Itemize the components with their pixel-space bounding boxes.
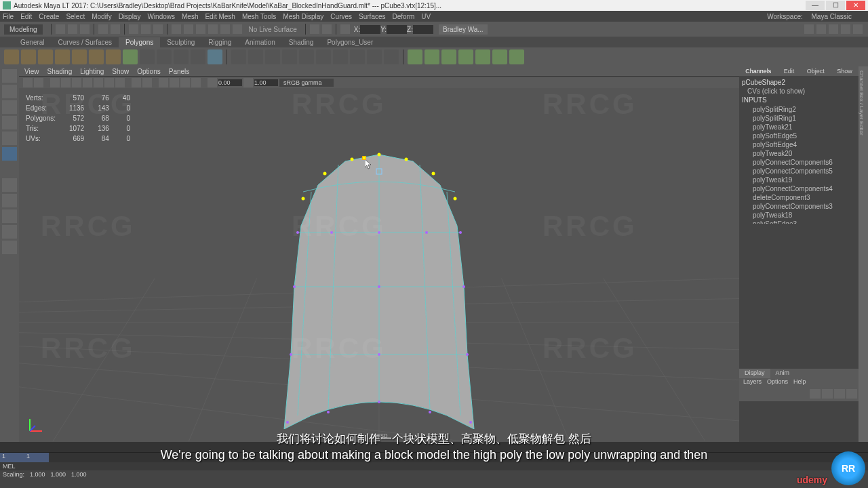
lasso-tool-icon[interactable] [2, 85, 17, 98]
save-icon[interactable] [80, 24, 90, 34]
menu-modify[interactable]: Modify [92, 13, 111, 20]
film-gate-icon[interactable] [170, 78, 179, 87]
y-field[interactable] [387, 25, 407, 34]
new-icon[interactable] [56, 24, 65, 34]
viewport[interactable]: Verts:5707640Edges:11361430Polygons:5726… [19, 88, 739, 442]
menu-meshtools[interactable]: Mesh Tools [242, 13, 276, 20]
sym-icon[interactable] [310, 24, 319, 34]
layout2-icon[interactable] [816, 24, 826, 34]
layers-help[interactable]: Help [793, 378, 806, 388]
input-node[interactable]: polyTweak21 [742, 123, 856, 131]
snap-live-icon[interactable] [220, 24, 230, 34]
torus-icon[interactable] [72, 49, 87, 64]
cmd-lang[interactable]: MEL [3, 463, 16, 470]
shelf-tab-animation[interactable]: Animation [238, 37, 281, 47]
layout1-icon[interactable] [804, 24, 814, 34]
menu-curves[interactable]: Curves [330, 13, 352, 20]
minimize-button[interactable]: — [806, 1, 825, 10]
last-tool-icon[interactable] [2, 147, 17, 161]
separate-icon[interactable] [248, 49, 263, 64]
gear-icon[interactable] [174, 49, 189, 64]
extrude-icon[interactable] [265, 49, 280, 64]
move-tool-icon[interactable] [2, 100, 17, 114]
xform-icon[interactable] [340, 24, 350, 34]
helix-icon[interactable] [157, 49, 172, 64]
input-node[interactable]: polySoftEdge4 [742, 140, 856, 149]
exposure-icon[interactable] [208, 78, 217, 87]
pipe-icon[interactable] [140, 49, 155, 64]
x-field[interactable] [360, 25, 380, 34]
res-gate-icon[interactable] [180, 78, 190, 87]
mirror-icon[interactable] [333, 49, 348, 64]
input-node[interactable]: polyConnectComponents3 [742, 202, 856, 211]
bevel-icon[interactable] [299, 49, 314, 64]
scale-tool-icon[interactable] [2, 131, 17, 145]
shelf-tab-curves[interactable]: Curves / Surfaces [52, 37, 119, 47]
range-start[interactable]: 1 [0, 453, 24, 462]
menu-deform[interactable]: Deform [393, 13, 415, 20]
input-node[interactable]: polySoftEdge5 [742, 131, 856, 140]
workspace-dropdown[interactable]: Maya Classic [812, 13, 852, 20]
select-mode-icon[interactable] [129, 24, 138, 34]
platonic-icon[interactable] [123, 49, 138, 64]
layout-single-icon[interactable] [2, 178, 17, 192]
input-node[interactable]: polyConnectComponents4 [742, 184, 856, 193]
layout-persp-icon[interactable] [2, 225, 17, 239]
panel-lighting[interactable]: Lighting [80, 68, 104, 75]
side-tab-label[interactable]: Channel Box / Layer Editor [859, 66, 868, 442]
layer-new-icon[interactable] [834, 389, 845, 399]
shelf-tab-shading[interactable]: Shading [282, 37, 321, 47]
input-node[interactable]: polyTweak20 [742, 149, 856, 158]
gamma-field[interactable] [254, 79, 278, 86]
layer-up-icon[interactable] [810, 389, 821, 399]
wireframe-icon[interactable] [61, 78, 71, 87]
shelf-tab-sculpting[interactable]: Sculpting [160, 37, 201, 47]
tab-show[interactable]: Show [837, 68, 852, 75]
maximize-button[interactable]: ☐ [826, 1, 845, 10]
layout5-icon[interactable] [853, 24, 863, 34]
uv-editor-icon[interactable] [475, 49, 490, 64]
textured-icon[interactable] [94, 78, 103, 87]
close-button[interactable]: ✕ [846, 1, 865, 10]
colorspace-dropdown[interactable]: sRGB gamma [279, 79, 334, 87]
shelf-tab-general[interactable]: General [14, 37, 52, 47]
uv-planar-icon[interactable] [408, 49, 422, 64]
panel-options[interactable]: Options [137, 68, 160, 75]
tab-object[interactable]: Object [807, 68, 825, 75]
uv-cyl-icon[interactable] [425, 49, 439, 64]
uv-sphere-icon[interactable] [441, 49, 456, 64]
input-node[interactable]: polyTweak18 [742, 211, 856, 220]
snap-point-icon[interactable] [196, 24, 205, 34]
uv-auto-icon[interactable] [458, 49, 473, 64]
cube-icon[interactable] [21, 49, 36, 64]
range-start2[interactable]: 1 [24, 453, 49, 462]
gate-mask-icon[interactable] [191, 78, 201, 87]
magnet-icon[interactable] [233, 24, 242, 34]
xray-icon[interactable] [132, 78, 141, 87]
disc-icon[interactable] [106, 49, 121, 64]
tab-display[interactable]: Display [739, 369, 770, 378]
layer-add-icon[interactable] [846, 389, 857, 399]
tab-channels[interactable]: Channels [745, 68, 771, 75]
snap-plane-icon[interactable] [208, 24, 218, 34]
input-node[interactable]: polyConnectComponents6 [742, 158, 856, 167]
cone-icon[interactable] [55, 49, 70, 64]
sym2-icon[interactable] [322, 24, 332, 34]
shelf-tab-polygons[interactable]: Polygons [119, 37, 160, 47]
menu-file[interactable]: File [3, 13, 14, 20]
layers-options[interactable]: Options [767, 378, 788, 388]
menu-uv[interactable]: UV [421, 13, 431, 20]
panel-shading[interactable]: Shading [47, 68, 73, 75]
target-weld-icon[interactable] [367, 49, 382, 64]
panel-view[interactable]: View [24, 68, 39, 75]
layout4-icon[interactable] [841, 24, 850, 34]
layer-down-icon[interactable] [822, 389, 833, 399]
paint-icon[interactable] [153, 24, 163, 34]
type-icon[interactable] [208, 49, 222, 64]
menu-create[interactable]: Create [39, 13, 59, 20]
layout-hyper-icon[interactable] [2, 241, 17, 254]
menu-display[interactable]: Display [119, 13, 141, 20]
sphere-icon[interactable] [4, 49, 19, 64]
shelf-tab-user[interactable]: Polygons_User [320, 37, 380, 47]
quad-draw-icon[interactable] [384, 49, 399, 64]
